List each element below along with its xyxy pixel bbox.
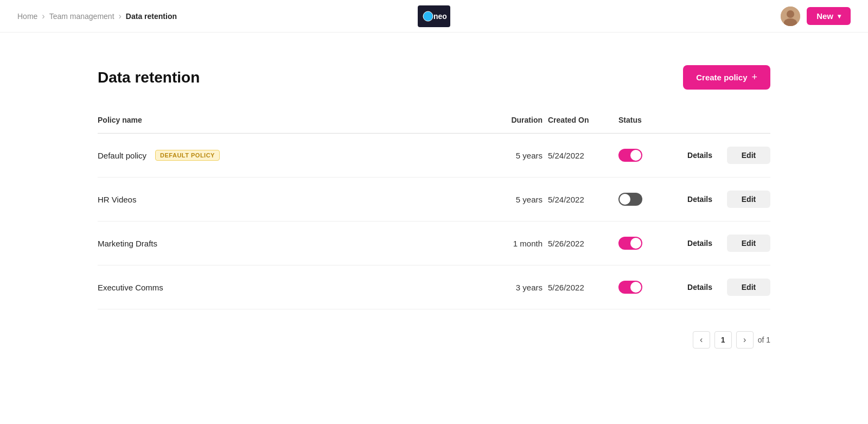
header-right: New ▾ — [781, 7, 851, 26]
table-body: Default policyDEFAULT POLICY5 years5/24/… — [98, 134, 770, 309]
details-button-2[interactable]: Details — [673, 239, 727, 248]
page-of-label: of 1 — [758, 336, 770, 344]
toggle-wrapper-2 — [618, 237, 673, 250]
avatar[interactable] — [781, 7, 800, 26]
policy-name-0: Default policy — [98, 151, 146, 160]
page-title: Data retention — [98, 69, 200, 86]
table-row: Marketing Drafts1 month5/26/2022DetailsE… — [98, 222, 770, 265]
edit-button-0[interactable]: Edit — [727, 147, 770, 164]
logo: neo — [418, 5, 450, 27]
main-content: Data retention Create policy + Policy na… — [54, 33, 814, 381]
col-edit-header — [727, 116, 770, 124]
status-toggle-0[interactable] — [618, 149, 642, 162]
duration-3: 3 years — [483, 283, 548, 292]
toggle-wrapper-3 — [618, 281, 673, 294]
status-toggle-2[interactable] — [618, 237, 642, 250]
created-on-2: 5/26/2022 — [548, 239, 618, 248]
page-header: Data retention Create policy + — [98, 65, 770, 90]
svg-point-5 — [787, 10, 794, 18]
breadcrumb-home[interactable]: Home — [17, 12, 37, 21]
duration-0: 5 years — [483, 151, 548, 160]
table-row: HR Videos5 years5/24/2022DetailsEdit — [98, 178, 770, 222]
breadcrumb-team-management[interactable]: Team management — [49, 12, 114, 21]
duration-2: 1 month — [483, 239, 548, 248]
status-toggle-1[interactable] — [618, 193, 642, 206]
policy-table: Policy name Duration Created On Status D… — [98, 116, 770, 309]
plus-icon: + — [751, 72, 757, 83]
table-row: Executive Comms3 years5/26/2022DetailsEd… — [98, 265, 770, 309]
new-button[interactable]: New ▾ — [807, 7, 851, 25]
details-button-0[interactable]: Details — [673, 151, 727, 160]
next-page-button[interactable]: › — [736, 331, 754, 349]
col-created-on: Created On — [548, 116, 618, 124]
policy-name-1: HR Videos — [98, 195, 136, 204]
col-policy-name: Policy name — [98, 116, 483, 124]
breadcrumb-current: Data retention — [126, 12, 177, 21]
pagination: ‹ 1 › of 1 — [98, 331, 770, 349]
col-status: Status — [618, 116, 673, 124]
col-duration: Duration — [483, 116, 548, 124]
table-row: Default policyDEFAULT POLICY5 years5/24/… — [98, 134, 770, 178]
edit-button-3[interactable]: Edit — [727, 279, 770, 296]
created-on-0: 5/24/2022 — [548, 151, 618, 160]
created-on-1: 5/24/2022 — [548, 195, 618, 204]
toggle-wrapper-0 — [618, 149, 673, 162]
details-button-1[interactable]: Details — [673, 195, 727, 204]
edit-button-2[interactable]: Edit — [727, 235, 770, 252]
table-header: Policy name Duration Created On Status — [98, 116, 770, 134]
status-toggle-3[interactable] — [618, 281, 642, 294]
default-policy-badge: DEFAULT POLICY — [155, 150, 220, 161]
policy-name-3: Executive Comms — [98, 283, 163, 292]
breadcrumb-separator-2: › — [119, 11, 122, 21]
policy-name-2: Marketing Drafts — [98, 239, 157, 248]
header: Home › Team management › Data retention … — [0, 0, 868, 33]
breadcrumb: Home › Team management › Data retention — [17, 11, 177, 21]
chevron-down-icon: ▾ — [838, 12, 841, 20]
details-button-3[interactable]: Details — [673, 283, 727, 292]
edit-button-1[interactable]: Edit — [727, 191, 770, 208]
svg-text:neo: neo — [433, 12, 447, 21]
col-details-header — [673, 116, 727, 124]
breadcrumb-separator-1: › — [42, 11, 44, 21]
created-on-3: 5/26/2022 — [548, 283, 618, 292]
duration-1: 5 years — [483, 195, 548, 204]
create-policy-button[interactable]: Create policy + — [683, 65, 770, 90]
toggle-wrapper-1 — [618, 193, 673, 206]
prev-page-button[interactable]: ‹ — [693, 331, 710, 349]
current-page: 1 — [714, 331, 732, 349]
